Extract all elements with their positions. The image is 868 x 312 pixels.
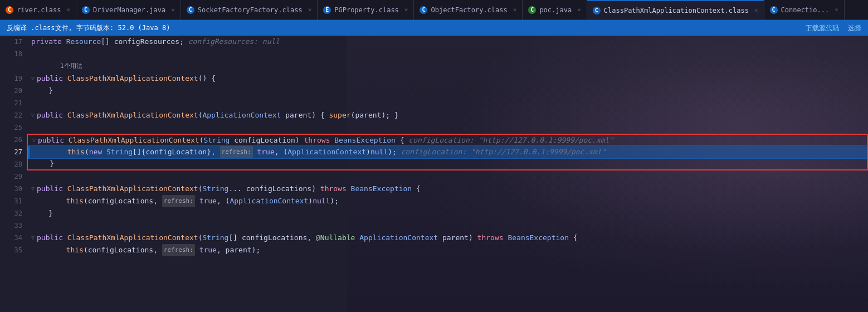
tab-close-driver[interactable]: × bbox=[171, 6, 175, 13]
punc-open-30: ( bbox=[198, 183, 203, 195]
fn-classpathxml-30: ClassPathXmlApplicationContext bbox=[67, 183, 198, 195]
punc-end-35: ); bbox=[252, 244, 261, 256]
tab-poc[interactable]: C poc.java × bbox=[523, 0, 587, 20]
kw-public-26: public bbox=[38, 134, 64, 147]
arg-parent-22: parent bbox=[355, 109, 381, 121]
punc-this-open-35: ( bbox=[84, 244, 88, 256]
kw-public-30: public bbox=[37, 183, 63, 195]
tab-close-pgproperty[interactable]: × bbox=[404, 6, 408, 13]
code-line-19: ▽ public ClassPathXmlApplicationContext(… bbox=[27, 72, 868, 85]
type-beansexc-30: BeansException bbox=[351, 183, 412, 195]
punc-varargs-30: ... bbox=[228, 183, 241, 195]
type-beansexc-26: BeansException bbox=[334, 134, 396, 147]
line-num-18: 18 bbox=[0, 48, 22, 60]
download-source-link[interactable]: 下载源代码 bbox=[806, 23, 839, 33]
kw-throws-34: throws bbox=[477, 232, 504, 244]
kw-public-19: public bbox=[37, 72, 63, 85]
punc-cast-close-31: ) bbox=[308, 195, 313, 207]
code-line-20: } bbox=[27, 85, 868, 97]
tab-icon-connection: C bbox=[770, 6, 778, 14]
punc-cast-open-31: ( bbox=[226, 195, 230, 207]
tab-close-river[interactable]: × bbox=[66, 6, 70, 13]
tab-object-factory[interactable]: C ObjectFactory.class × bbox=[414, 0, 523, 20]
punc-close-22: ) bbox=[311, 109, 316, 121]
field-configresources: configResources bbox=[114, 36, 179, 48]
kw-true-35: true bbox=[199, 244, 217, 256]
punc-semi: ; bbox=[179, 36, 184, 48]
selection-bar-27 bbox=[28, 146, 30, 158]
fn-classpathxml-19: ClassPathXmlApplicationContext bbox=[67, 72, 198, 85]
type-string-26: String bbox=[203, 134, 230, 147]
line-num-25: 25 bbox=[0, 121, 22, 134]
code-content: private Resource[] configResources; conf… bbox=[27, 36, 868, 312]
type-resource: Resource bbox=[66, 36, 101, 48]
hint-configlocation-26: configLocation: "http://127.0.0.1:9999/p… bbox=[408, 134, 613, 147]
punc-brace-open-19: { bbox=[211, 72, 216, 85]
line-num-20: 20 bbox=[0, 85, 22, 97]
kw-null-31: null bbox=[313, 195, 330, 207]
tab-driver-manager[interactable]: C DriverManager.java × bbox=[76, 0, 181, 20]
fold-icon-19[interactable]: ▽ bbox=[31, 72, 35, 85]
tab-icon-objfactory: C bbox=[420, 6, 427, 14]
tab-label-classpathxml: ClassPathXmlApplicationContext.class bbox=[604, 7, 749, 14]
tab-river-class[interactable]: C river.class × bbox=[0, 0, 76, 20]
tab-close-objfactory[interactable]: × bbox=[513, 6, 517, 13]
kw-true-31: true bbox=[199, 195, 217, 207]
kw-true-27: true bbox=[257, 146, 274, 158]
code-line-33 bbox=[27, 220, 868, 232]
fold-icon-22[interactable]: ▽ bbox=[31, 109, 35, 121]
type-appctx-22: ApplicationContext bbox=[202, 109, 281, 121]
param-hint-refresh-35: refresh: bbox=[162, 244, 195, 256]
tab-socket-factory[interactable]: C SocketFactoryFactory.class × bbox=[181, 0, 318, 20]
punc-open-34: ( bbox=[198, 232, 203, 244]
code-line-26: ▽ public ClassPathXmlApplicationContext(… bbox=[27, 134, 868, 146]
tab-label-poc: poc.java bbox=[539, 6, 572, 14]
punc-this-open-31: ( bbox=[84, 195, 88, 207]
arg-configloc-27: configLocation bbox=[146, 146, 207, 158]
punc-open-22: ( bbox=[198, 109, 203, 121]
punc-comma-27: , bbox=[275, 146, 279, 158]
tab-label-objfactory: ObjectFactory.class bbox=[431, 6, 507, 14]
code-line-32: } bbox=[27, 207, 868, 220]
tab-close-connection[interactable]: × bbox=[835, 6, 838, 13]
code-line-30: ▽ public ClassPathXmlApplicationContext(… bbox=[27, 183, 868, 195]
tab-classpathxml[interactable]: C ClassPathXmlApplicationContext.class × bbox=[587, 0, 764, 20]
line-num-30: 30 bbox=[0, 183, 22, 195]
line-num-31: 31 bbox=[0, 195, 22, 207]
fold-icon-30[interactable]: ▽ bbox=[31, 183, 35, 195]
annotation-nullable-34: @Nullable bbox=[316, 232, 355, 244]
punc-end-31: ); bbox=[330, 195, 339, 207]
fn-this-35: this bbox=[66, 244, 84, 256]
tab-connection[interactable]: C Connectio... × bbox=[764, 0, 845, 20]
fn-super-22: super bbox=[329, 109, 350, 121]
type-appctx-31: ApplicationContext bbox=[230, 195, 308, 207]
tab-pgproperty[interactable]: E PGProperty.class × bbox=[318, 0, 414, 20]
line-num-usage: · bbox=[0, 60, 22, 72]
punc-open-19: () bbox=[198, 72, 207, 85]
select-link[interactable]: 选择 bbox=[848, 23, 861, 33]
punc-brace-open-26: { bbox=[400, 134, 404, 147]
tab-close-classpathxml[interactable]: × bbox=[754, 7, 758, 14]
punc-close-34: ) bbox=[469, 232, 473, 244]
tab-icon-driver: C bbox=[82, 6, 90, 14]
info-bar-text: 反编译 .class文件, 字节码版本: 52.0 (Java 8) bbox=[7, 23, 170, 33]
fn-classpathxml-22: ClassPathXmlApplicationContext bbox=[67, 109, 198, 121]
punc-close-30: ) bbox=[311, 183, 316, 195]
arg-parent-35: parent bbox=[226, 244, 252, 256]
line-num-34: 34 bbox=[0, 232, 22, 244]
punc-comma-35: , bbox=[153, 244, 158, 256]
line-num-29: 29 bbox=[0, 170, 22, 183]
tab-close-socket[interactable]: × bbox=[308, 6, 312, 13]
fold-icon-26[interactable]: ▽ bbox=[32, 134, 36, 147]
punc-close-28: } bbox=[50, 158, 54, 170]
line-num-22: 22 bbox=[0, 109, 22, 121]
code-line-31: 🔴 this(configLocations, refresh: true, (… bbox=[27, 195, 868, 207]
tab-close-poc[interactable]: × bbox=[577, 6, 581, 13]
param-hint-refresh-27: refresh: bbox=[220, 146, 253, 158]
fold-icon-34[interactable]: ▽ bbox=[31, 232, 35, 244]
punc-comma-34: , bbox=[307, 232, 311, 244]
kw-new-27: new bbox=[89, 146, 102, 158]
line-num-19: 19 bbox=[0, 72, 22, 85]
tab-label-socket: SocketFactoryFactory.class bbox=[198, 6, 303, 14]
type-string-30: String bbox=[202, 183, 228, 195]
